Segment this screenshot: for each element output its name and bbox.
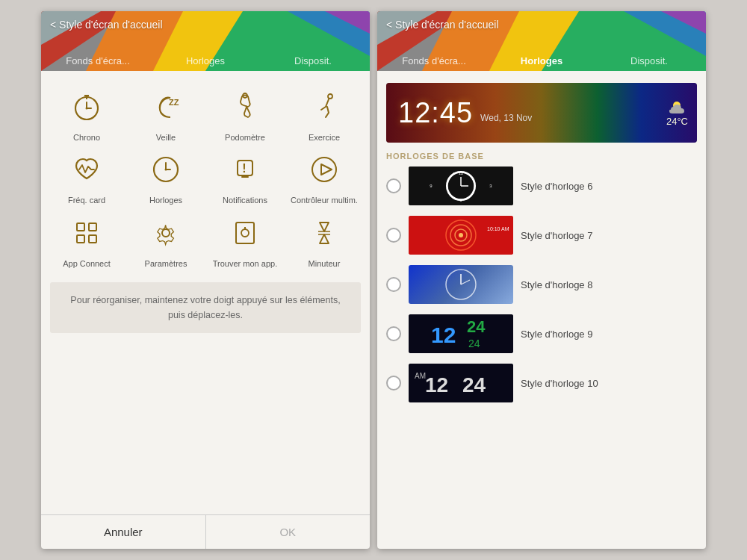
cancel-button[interactable]: Annuler [41, 515, 206, 549]
left-back-button[interactable]: < Style d'écran d'accueil [50, 19, 163, 31]
right-tabs: Fonds d'écra... Horloges Disposit. [377, 51, 706, 71]
app-item-appconnect[interactable]: App Connect [50, 212, 123, 269]
controleur-icon [303, 149, 345, 190]
svg-text:24: 24 [467, 317, 486, 336]
right-tab-wallpaper[interactable]: Fonds d'écra... [380, 51, 488, 71]
clock-list: 12 3 6 9 Style d'horloge 6 [377, 167, 706, 549]
svg-text:!: ! [242, 162, 246, 175]
clock-thumb-10: AM 12 24 [409, 364, 513, 402]
clock-radio-9[interactable] [386, 326, 401, 341]
svg-rect-27 [89, 223, 96, 231]
svg-marker-25 [321, 164, 332, 175]
preview-weather: 24°C [666, 99, 688, 127]
parametres-label: Paramètres [145, 258, 187, 269]
svg-rect-28 [77, 235, 84, 243]
clock-name-7: Style d'horloge 7 [521, 230, 592, 241]
svg-point-13 [86, 108, 88, 110]
app-item-trouver[interactable]: Trouver mon app. [208, 212, 282, 269]
left-header: < Style d'écran d'accueil Fonds d'écra..… [41, 11, 370, 71]
svg-text:10:10 AM: 10:10 AM [487, 226, 509, 231]
right-tab-clocks[interactable]: Horloges [488, 51, 595, 71]
horloges-icon [145, 149, 187, 190]
svg-point-46 [447, 172, 474, 199]
trouver-icon [224, 212, 266, 254]
svg-text:24: 24 [468, 337, 480, 349]
clock-item-8[interactable]: Style d'horloge 8 [386, 265, 697, 304]
podometre-label: Podomètre [225, 132, 265, 143]
preview-time: 12:45 [398, 97, 473, 129]
clock-radio-6[interactable] [386, 178, 401, 193]
app-item-notifications[interactable]: ! Notifications [208, 149, 282, 205]
podometre-icon [224, 86, 266, 128]
clock-radio-10[interactable] [386, 376, 401, 391]
freq-label: Fréq. card [68, 195, 105, 205]
clock-radio-8[interactable] [386, 277, 401, 292]
svg-text:24: 24 [462, 373, 486, 396]
freq-icon [66, 149, 108, 190]
app-item-podometre[interactable]: Podomètre [208, 86, 282, 143]
app-item-minuteur[interactable]: Minuteur [288, 212, 361, 269]
svg-text:ZZ: ZZ [169, 98, 179, 107]
svg-rect-45 [409, 167, 513, 205]
clock-item-7[interactable]: 10:10 AM Style d'horloge 7 [386, 216, 697, 255]
clock-item-10[interactable]: AM 12 24 Style d'horloge 10 [386, 364, 697, 402]
ok-button[interactable]: OK [206, 515, 371, 549]
clock-thumb-9: 12 24 24 [409, 314, 513, 353]
right-tab-devices[interactable]: Disposit. [595, 51, 703, 71]
appconnect-label: App Connect [63, 258, 111, 269]
svg-line-65 [461, 280, 470, 284]
svg-rect-66 [409, 314, 513, 353]
preview-temp: 24°C [666, 116, 688, 127]
svg-point-61 [459, 233, 463, 237]
app-item-freq[interactable]: Fréq. card [50, 149, 123, 205]
notifications-label: Notifications [223, 195, 267, 205]
app-item-veille[interactable]: ZZ Veille [129, 86, 202, 143]
app-grid: Chrono ZZ Veille [41, 71, 370, 276]
left-header-title-row: < Style d'écran d'accueil [41, 19, 370, 31]
minuteur-icon [303, 212, 345, 254]
app-item-horloges[interactable]: Horloges [129, 149, 202, 205]
right-content: 12:45 Wed, 13 Nov 24°C HORLOGES DE BASE [377, 71, 706, 549]
left-tab-wallpaper[interactable]: Fonds d'écra... [44, 51, 152, 71]
right-back-button[interactable]: < Style d'écran d'accueil [386, 19, 499, 31]
clock-item-9[interactable]: 12 24 24 Style d'horloge 9 [386, 314, 697, 353]
clock-item-6[interactable]: 12 3 6 9 Style d'horloge 6 [386, 167, 697, 205]
clock-name-10: Style d'horloge 10 [521, 378, 598, 389]
button-row: Annuler OK [41, 514, 370, 549]
app-item-chrono[interactable]: Chrono [50, 86, 123, 143]
app-item-parametres[interactable]: Paramètres [129, 212, 202, 269]
veille-icon: ZZ [145, 86, 187, 128]
left-tab-clocks[interactable]: Horloges [152, 51, 259, 71]
clock-thumb-6: 12 3 6 9 [409, 167, 513, 205]
svg-point-30 [162, 229, 170, 237]
svg-text:12: 12 [425, 373, 448, 396]
right-panel: < Style d'écran d'accueil Fonds d'écra..… [377, 11, 706, 549]
preview-banner: 12:45 Wed, 13 Nov 24°C [386, 83, 697, 143]
exercice-icon [303, 86, 345, 128]
svg-rect-26 [77, 223, 84, 231]
clock-name-8: Style d'horloge 8 [521, 279, 592, 290]
svg-point-24 [312, 158, 336, 181]
appconnect-icon [66, 212, 108, 254]
clock-name-9: Style d'horloge 9 [521, 329, 592, 340]
svg-text:12: 12 [459, 171, 464, 175]
svg-rect-29 [89, 235, 96, 243]
horloges-label: Horloges [149, 195, 182, 205]
clock-name-6: Style d'horloge 6 [521, 181, 592, 192]
parametres-icon [145, 212, 187, 254]
svg-line-49 [453, 172, 455, 174]
left-tab-devices[interactable]: Disposit. [259, 51, 367, 71]
left-content: Chrono ZZ Veille [41, 71, 370, 549]
minuteur-label: Minuteur [309, 258, 341, 269]
app-item-exercice[interactable]: Exercice [288, 86, 361, 143]
app-item-controleur[interactable]: Contrôleur multim. [288, 149, 361, 205]
exercice-label: Exercice [309, 132, 340, 143]
left-tabs: Fonds d'écra... Horloges Disposit. [41, 51, 370, 71]
svg-text:AM: AM [415, 372, 426, 380]
chrono-label: Chrono [73, 132, 100, 143]
section-label: HORLOGES DE BASE [377, 149, 706, 167]
clock-radio-7[interactable] [386, 228, 401, 243]
hint-box: Pour réorganiser, maintenez votre doigt … [50, 282, 361, 333]
svg-point-20 [165, 169, 167, 171]
svg-rect-70 [409, 364, 513, 402]
